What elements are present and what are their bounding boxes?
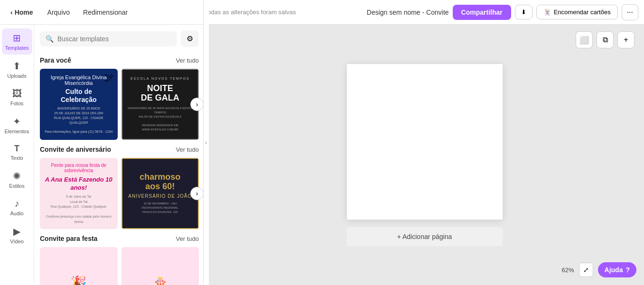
template-card-festa-2[interactable]: 🎂 (121, 247, 199, 285)
filter-button[interactable]: ⚙ (181, 30, 199, 47)
ver-tudo-festa[interactable]: Ver tudo (176, 235, 199, 242)
topbar-nav: Arquivo Redimensionar (42, 6, 134, 19)
sidebar-item-audio[interactable]: ♪ Áudio (2, 194, 32, 220)
plus-icon: + (624, 36, 628, 44)
more-options-button[interactable]: ··· (622, 4, 638, 20)
section-aniversario-header: Convite de aniversário Ver tudo (40, 146, 199, 153)
uploads-icon: ⬆ (13, 60, 21, 72)
add-tool-button[interactable]: + (617, 31, 635, 48)
dark60-details: 10 DE NOVEMBRO - 19HRESTAURANTE REGIONAL… (142, 202, 178, 214)
zoom-expand-button[interactable]: ⤢ (579, 263, 593, 277)
autosave-status: Todas as alterações foram salvas (137, 9, 363, 16)
uploads-label: Uploads (7, 73, 26, 79)
audio-icon: ♪ (15, 198, 19, 209)
help-button[interactable]: Ajuda ? (598, 262, 636, 277)
template-card-festa-1[interactable]: 🎉 (40, 247, 118, 285)
main-layout: ⊞ Templates ⬆ Uploads 🖼 Fotos ✦ Elemento… (0, 25, 644, 285)
church-card-subtitle: Igreja Evangélica Divina Misericórdia (45, 74, 113, 86)
dark60-title: charmosoaos 60! (140, 173, 180, 192)
canvas-zoom-bar: 62% ⤢ Ajuda ? (562, 262, 636, 277)
video-label: Vídeo (10, 239, 24, 244)
templates-label: Templates (5, 45, 28, 51)
ver-tudo-aniversario[interactable]: Ver tudo (176, 146, 199, 153)
sidebar-item-estilos[interactable]: ✺ Estilos (2, 166, 32, 193)
section-aniversario-cards: Pente para nossa festa de sobrevivência … (40, 158, 199, 229)
sidebar-item-video[interactable]: ▶ Vídeo (2, 222, 32, 248)
decorative-bird: 🕊 (104, 73, 114, 83)
pink-bday-details: 5 de Julho de TalLocal de TalRua Qualque… (45, 194, 113, 224)
dark60-subtitle: ANIVERSÁRIO DE JOÃO (128, 193, 192, 199)
sidebar-item-templates[interactable]: ⊞ Templates (2, 28, 32, 55)
scroll-right-button-para-voce[interactable]: › (190, 98, 204, 111)
help-label: Ajuda (605, 266, 623, 274)
sidebar-item-texto[interactable]: T Texto (2, 140, 32, 165)
share-button[interactable]: Compartilhar (453, 5, 511, 20)
canvas-toolbar: ⬜ ⧉ + (576, 31, 635, 48)
search-wrapper: 🔍 (40, 31, 177, 46)
section-para-voce-cards: 🕊 Igreja Evangélica Divina Misericórdia … (40, 69, 199, 140)
templates-panel: 🔍 ⚙ Para você Ver tudo 🕊 Igreja Evangéli… (34, 25, 205, 285)
template-card-dark60[interactable]: charmosoaos 60! ANIVERSÁRIO DE JOÃO 10 D… (121, 158, 199, 229)
search-icon: 🔍 (46, 35, 54, 43)
sidebar-item-fotos[interactable]: 🖼 Fotos (2, 84, 32, 110)
audio-label: Áudio (10, 211, 23, 216)
ver-tudo-para-voce[interactable]: Ver tudo (176, 57, 199, 64)
arquivo-menu[interactable]: Arquivo (42, 6, 75, 19)
redimensionar-menu[interactable]: Redimensionar (77, 6, 133, 19)
hide-panel-button[interactable]: ‹ (203, 25, 205, 285)
download-button[interactable]: ⬇ (515, 5, 532, 19)
canvas-page (347, 64, 503, 220)
duplicate-icon: ⧉ (603, 36, 608, 44)
filter-icon: ⚙ (187, 35, 193, 43)
expand-icon: ⤢ (583, 266, 589, 274)
order-icon: 🃏 (543, 9, 551, 16)
search-bar-area: 🔍 ⚙ (34, 25, 205, 51)
section-festa-cards: 🎉 🎂 (40, 247, 199, 285)
gala-card-details: ANIVERSÁRIO DE 25 ANOS DA ESCOLA NOVOS T… (127, 106, 194, 132)
sidebar-item-elementos[interactable]: ✦ Elementos (2, 112, 32, 138)
chevron-right-icon-2: › (196, 190, 198, 197)
church-card-title: Culto deCelebração (61, 88, 96, 104)
order-label: Encomendar cartões (554, 9, 611, 16)
canvas-area: ⬜ ⧉ + + Adicionar página 62% ⤢ Ajuda ? (205, 25, 644, 285)
question-icon: ? (625, 266, 630, 274)
scroll-right-button-aniversario[interactable]: › (190, 187, 204, 200)
add-page-button[interactable]: + Adicionar página (347, 227, 503, 246)
gala-card-title: NOITEDE GALA (141, 84, 179, 103)
template-card-gala[interactable]: ESCOLA NOVOS TEMPOS NOITEDE GALA ANIVERS… (121, 69, 199, 140)
elementos-label: Elementos (5, 129, 29, 134)
pink-bday-top: Pente para nossa festa de sobrevivência (45, 163, 113, 173)
texto-label: Texto (10, 155, 23, 161)
download-icon: ⬇ (521, 9, 526, 16)
section-festa-title: Convite para festa (40, 235, 97, 242)
gala-card-school: ESCOLA NOVOS TEMPOS (131, 77, 190, 80)
chevron-right-icon: › (196, 101, 198, 108)
elementos-icon: ✦ (13, 116, 21, 127)
decorative-festa-2: 🎂 (152, 275, 168, 285)
order-cards-button[interactable]: 🃏 Encomendar cartões (536, 5, 618, 19)
frame-icon: ⬜ (579, 36, 589, 45)
topbar: ‹ Home Arquivo Redimensionar Todas as al… (0, 0, 644, 25)
frame-tool-button[interactable]: ⬜ (576, 31, 593, 48)
sidebar-item-uploads[interactable]: ⬆ Uploads (2, 56, 32, 83)
section-aniversario-title: Convite de aniversário (40, 146, 111, 153)
sidebar-icons: ⊞ Templates ⬆ Uploads 🖼 Fotos ✦ Elemento… (0, 25, 34, 285)
home-label: Home (15, 9, 33, 16)
section-festa-header: Convite para festa Ver tudo (40, 235, 199, 242)
zoom-level: 62% (562, 267, 574, 274)
template-card-pink-bday[interactable]: Pente para nossa festa de sobrevivência … (40, 158, 118, 229)
decorative-festa-1: 🎉 (70, 275, 87, 285)
templates-icon: ⊞ (13, 32, 21, 44)
back-home-button[interactable]: ‹ Home (6, 6, 38, 19)
estilos-label: Estilos (9, 183, 24, 189)
fotos-label: Fotos (10, 101, 24, 106)
duplicate-tool-button[interactable]: ⧉ (597, 31, 614, 48)
search-input[interactable] (57, 35, 171, 43)
design-title[interactable]: Design sem nome - Convite (367, 9, 449, 16)
estilos-icon: ✺ (13, 170, 21, 182)
church-card-details: ANIVERSÁRIO DE 25 ANOS25 DE JULHO DE 202… (45, 106, 113, 134)
template-card-church[interactable]: 🕊 Igreja Evangélica Divina Misericórdia … (40, 69, 118, 140)
fotos-icon: 🖼 (12, 88, 22, 99)
pink-bday-title: A Ana Está Fazendo 10 anos! (45, 176, 113, 192)
texto-icon: T (14, 144, 19, 154)
